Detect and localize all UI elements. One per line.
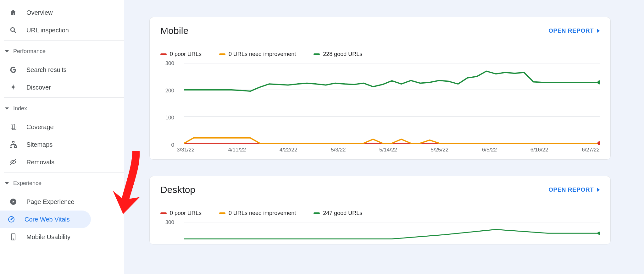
- sidebar-group-performance[interactable]: Performance: [0, 42, 124, 61]
- sidebar-group-label: Index: [13, 105, 27, 112]
- x-tick: 6/16/22: [530, 147, 548, 153]
- svg-point-17: [597, 232, 600, 235]
- legend-label: 228 good URLs: [323, 51, 362, 58]
- removals-icon: [9, 158, 18, 166]
- x-tick: 5/25/22: [430, 147, 448, 153]
- mobile-chart: 0100200300: [160, 63, 600, 145]
- swatch-poor: [160, 212, 167, 214]
- legend-poor[interactable]: 0 poor URLs: [160, 210, 202, 216]
- swatch-need: [219, 53, 225, 55]
- legend-label: 0 poor URLs: [170, 51, 202, 58]
- sidebar-item-label: Mobile Usability: [26, 233, 70, 241]
- sidebar-item-discover[interactable]: Discover: [2, 79, 124, 96]
- sidebar-item-label: Coverage: [26, 123, 54, 131]
- swatch-poor: [160, 53, 167, 55]
- open-report-label: OPEN REPORT: [548, 27, 594, 34]
- svg-rect-4: [14, 146, 16, 147]
- sidebar-item-sitemaps[interactable]: Sitemaps: [2, 136, 124, 153]
- legend-need-improvement[interactable]: 0 URLs need improvement: [219, 210, 296, 216]
- x-tick: 4/11/22: [228, 147, 246, 153]
- sidebar-item-search-results[interactable]: Search results: [2, 61, 124, 79]
- mobile-icon: [9, 233, 18, 241]
- open-report-label: OPEN REPORT: [548, 186, 594, 193]
- legend-need-improvement[interactable]: 0 URLs need improvement: [219, 51, 296, 58]
- search-icon: [9, 26, 18, 34]
- svg-point-0: [11, 28, 14, 31]
- sidebar-item-overview[interactable]: Overview: [2, 4, 124, 21]
- legend-label: 0 URLs need improvement: [229, 210, 296, 216]
- divider: [4, 172, 124, 173]
- x-tick: 4/22/22: [280, 147, 297, 153]
- open-report-button[interactable]: OPEN REPORT: [548, 186, 600, 193]
- sidebar-group-experience[interactable]: Experience: [0, 174, 124, 193]
- chart-legend: 0 poor URLs 0 URLs need improvement 228 …: [160, 48, 600, 63]
- chevron-down-icon: [5, 182, 9, 184]
- legend-label: 247 good URLs: [323, 210, 362, 216]
- x-tick: 5/3/22: [331, 147, 346, 153]
- legend-good[interactable]: 247 good URLs: [314, 210, 362, 216]
- svg-rect-3: [10, 146, 12, 147]
- desktop-card: Desktop OPEN REPORT 0 poor URLs 0 URLs n…: [149, 176, 611, 244]
- chevron-right-icon: [597, 29, 600, 33]
- sidebar-item-page-experience[interactable]: Page Experience: [2, 193, 124, 211]
- sidebar-item-core-web-vitals[interactable]: Core Web Vitals: [0, 211, 91, 228]
- x-tick: 3/31/22: [177, 147, 195, 153]
- svg-point-15: [597, 141, 600, 145]
- legend-poor[interactable]: 0 poor URLs: [160, 51, 202, 58]
- svg-rect-2: [12, 141, 14, 143]
- discover-icon: [9, 84, 18, 91]
- open-report-button[interactable]: OPEN REPORT: [548, 27, 600, 34]
- gauge-icon: [7, 216, 16, 223]
- swatch-good: [314, 212, 320, 214]
- legend-good[interactable]: 228 good URLs: [314, 51, 362, 58]
- mobile-card: Mobile OPEN REPORT 0 poor URLs 0 URLs ne…: [149, 17, 611, 160]
- x-axis-labels: 3/31/224/11/224/22/225/3/225/14/225/25/2…: [160, 147, 600, 153]
- chart-legend: 0 poor URLs 0 URLs need improvement 247 …: [160, 207, 600, 222]
- coverage-icon: [9, 123, 18, 131]
- svg-point-9: [13, 239, 14, 239]
- x-tick: 6/5/22: [482, 147, 497, 153]
- google-g-icon: [9, 66, 18, 74]
- sidebar-item-label: Overview: [26, 9, 53, 16]
- page-experience-icon: [9, 198, 18, 206]
- home-icon: [9, 9, 18, 16]
- legend-label: 0 poor URLs: [170, 210, 202, 216]
- sidebar-item-mobile-usability[interactable]: Mobile Usability: [2, 228, 124, 246]
- chevron-down-icon: [5, 50, 9, 52]
- chevron-right-icon: [597, 188, 600, 192]
- sidebar-item-label: Core Web Vitals: [25, 216, 70, 223]
- swatch-good: [314, 53, 320, 55]
- sidebar-group-index[interactable]: Index: [0, 99, 124, 118]
- sidebar-item-removals[interactable]: Removals: [2, 153, 124, 171]
- sidebar-item-label: Discover: [26, 84, 51, 91]
- legend-label: 0 URLs need improvement: [229, 51, 296, 58]
- card-title: Desktop: [160, 184, 195, 195]
- sidebar-item-coverage[interactable]: Coverage: [2, 118, 124, 136]
- sidebar-group-label: Performance: [13, 48, 46, 55]
- main-content: Mobile OPEN REPORT 0 poor URLs 0 URLs ne…: [124, 0, 644, 274]
- desktop-chart: 300: [160, 222, 600, 244]
- x-tick: 6/27/22: [582, 147, 600, 153]
- card-title: Mobile: [160, 25, 189, 36]
- divider: [4, 247, 124, 247]
- svg-point-14: [597, 80, 600, 85]
- divider: [4, 40, 124, 41]
- sidebar-item-label: Page Experience: [26, 198, 74, 206]
- swatch-need: [219, 212, 225, 214]
- sidebar-item-label: Removals: [26, 159, 54, 166]
- sitemaps-icon: [9, 141, 18, 148]
- sidebar: Overview URL inspection Performance Sear…: [0, 0, 124, 274]
- chevron-down-icon: [5, 107, 9, 110]
- sidebar-item-label: Search results: [26, 66, 67, 74]
- sidebar-group-label: Experience: [13, 180, 42, 187]
- divider: [4, 97, 124, 98]
- sidebar-item-label: Sitemaps: [26, 141, 53, 148]
- svg-rect-1: [11, 124, 15, 129]
- x-tick: 5/14/22: [379, 147, 397, 153]
- sidebar-item-label: URL inspection: [26, 27, 69, 34]
- svg-point-7: [11, 219, 12, 220]
- sidebar-item-url-inspection[interactable]: URL inspection: [2, 21, 124, 39]
